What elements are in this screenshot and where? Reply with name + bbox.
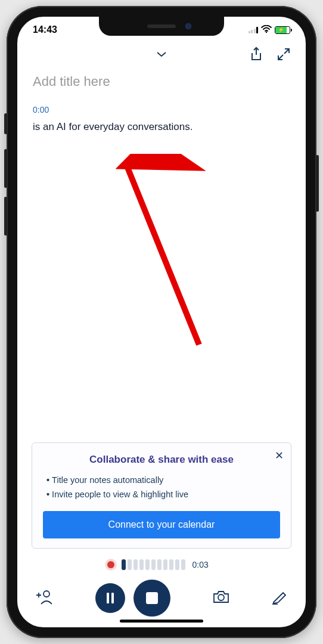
camera-icon[interactable]: [212, 590, 230, 606]
svg-point-0: [266, 31, 267, 32]
stop-button[interactable]: [133, 580, 170, 617]
svg-point-2: [44, 591, 49, 597]
clock: 14:43: [33, 24, 57, 35]
top-toolbar: [17, 43, 306, 68]
battery-icon: ⚡: [275, 26, 290, 34]
screen: 14:43 ⚡: [17, 17, 306, 627]
elapsed-time: 0:03: [192, 560, 216, 569]
wifi-icon: [261, 25, 272, 35]
content-area: Add title here 0:00 is an AI for everyda…: [17, 68, 306, 442]
banner-heading: Collaborate & share with ease: [43, 454, 280, 466]
pause-button[interactable]: [95, 583, 125, 613]
cellular-signal-icon: [249, 26, 259, 33]
connect-calendar-button[interactable]: Connect to your calendar: [43, 511, 280, 538]
promo-banner: ✕ Collaborate & share with ease Title yo…: [32, 442, 291, 549]
notch: [99, 17, 224, 36]
record-indicator-icon: [107, 561, 114, 568]
share-icon[interactable]: [250, 47, 263, 64]
banner-bullets: Title your notes automatically Invite pe…: [43, 473, 280, 501]
transcript-timestamp: 0:00: [33, 105, 290, 114]
close-icon[interactable]: ✕: [275, 449, 284, 462]
transcript-text[interactable]: is an AI for everyday conversations.: [33, 119, 290, 135]
home-indicator[interactable]: [120, 620, 203, 623]
banner-bullet: Invite people to view & highlight live: [46, 487, 277, 501]
banner-bullet: Title your notes automatically: [46, 473, 277, 487]
phone-frame: 14:43 ⚡: [7, 6, 316, 638]
audio-scrubber[interactable]: 0:03: [17, 557, 306, 575]
highlighter-icon[interactable]: [271, 589, 287, 607]
title-input[interactable]: Add title here: [33, 74, 290, 89]
waveform-ticks: [122, 559, 185, 570]
add-person-icon[interactable]: [36, 589, 54, 608]
chevron-down-icon[interactable]: [155, 50, 168, 61]
expand-icon[interactable]: [277, 48, 290, 63]
svg-point-3: [218, 595, 224, 600]
